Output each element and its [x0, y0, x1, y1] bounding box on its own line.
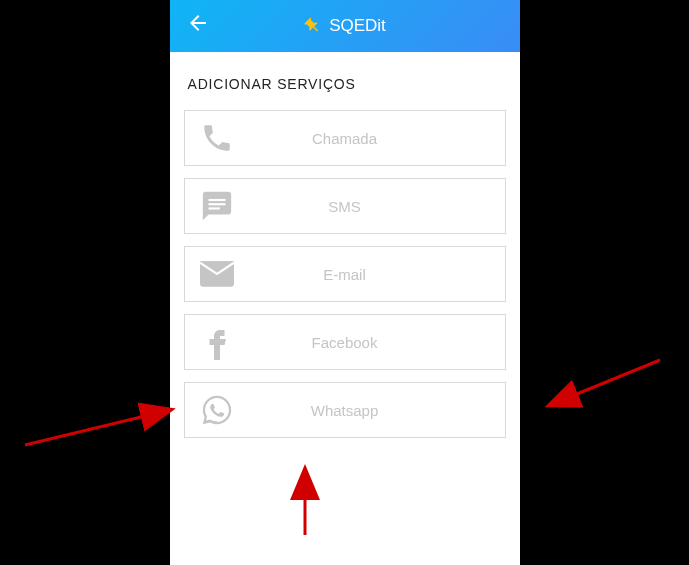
- service-item-email[interactable]: E-mail: [184, 246, 506, 302]
- service-label: Whatsapp: [199, 402, 491, 419]
- back-button[interactable]: [186, 11, 210, 41]
- header-title-wrap: SQEDit: [303, 16, 386, 36]
- arrow-annotation: [540, 355, 670, 415]
- service-label: E-mail: [199, 266, 491, 283]
- service-label: Facebook: [199, 334, 491, 351]
- service-item-whatsapp[interactable]: Whatsapp: [184, 382, 506, 438]
- service-item-sms[interactable]: SMS: [184, 178, 506, 234]
- section-title: ADICIONAR SERVIÇOS: [188, 76, 506, 92]
- phone-screen: SQEDit ADICIONAR SERVIÇOS Chamada: [170, 0, 520, 565]
- svg-line-4: [25, 410, 170, 445]
- svg-line-6: [550, 360, 660, 405]
- service-label: Chamada: [199, 130, 491, 147]
- service-label: SMS: [199, 198, 491, 215]
- arrow-annotation: [20, 400, 180, 450]
- service-list: Chamada SMS: [184, 110, 506, 438]
- pin-icon: [303, 17, 321, 35]
- service-item-chamada[interactable]: Chamada: [184, 110, 506, 166]
- content-area: ADICIONAR SERVIÇOS Chamada: [170, 52, 520, 565]
- service-item-facebook[interactable]: Facebook: [184, 314, 506, 370]
- app-header: SQEDit: [170, 0, 520, 52]
- app-title: SQEDit: [329, 16, 386, 36]
